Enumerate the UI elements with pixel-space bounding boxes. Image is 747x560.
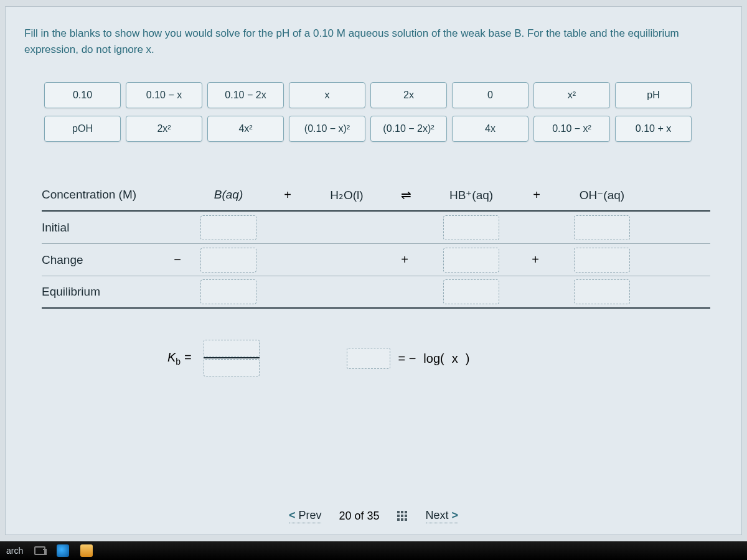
log-close: ): [466, 352, 470, 366]
ice-header-row: Concentration (M) B(aq) + H₂O(l) ⇌ HB⁺(a…: [42, 179, 710, 212]
question-nav: < Prev 20 of 35 Next >: [6, 509, 741, 523]
species-hb: HB⁺(aq): [428, 188, 515, 202]
tile[interactable]: 0.10 − x²: [533, 116, 610, 142]
drop-slot[interactable]: [574, 279, 630, 304]
plus-op: +: [515, 188, 558, 202]
tile[interactable]: 0.10 − 2x: [207, 82, 284, 108]
equilibrium-arrow-icon: ⇌: [384, 187, 428, 202]
species-h2o: H₂O(l): [309, 188, 384, 202]
row-label-initial: Initial: [42, 221, 166, 235]
kb-expression: Kb = = − log( x ): [167, 340, 723, 377]
log-expression: = − log( x ): [347, 348, 469, 369]
drop-slot[interactable]: [200, 279, 256, 304]
tile[interactable]: 0.10: [44, 82, 121, 108]
ice-row-initial: Initial: [42, 212, 710, 244]
tile[interactable]: pOH: [44, 116, 121, 142]
tile[interactable]: x: [289, 82, 365, 108]
minus-sign: −: [166, 253, 191, 267]
drop-slot[interactable]: [204, 359, 260, 376]
cortana-icon[interactable]: [57, 544, 69, 557]
chevron-left-icon: <: [289, 509, 296, 521]
drop-slot[interactable]: [443, 279, 499, 304]
chevron-right-icon: >: [452, 509, 459, 521]
task-view-icon[interactable]: [34, 546, 45, 555]
ice-row-change: Change − + +: [42, 244, 710, 276]
tile[interactable]: 0: [452, 82, 529, 108]
question-text: Fill in the blanks to show how you would…: [24, 26, 723, 57]
answer-tiles: 0.10 0.10 − x 0.10 − 2x x 2x 0 x² pH pOH…: [44, 82, 723, 142]
tile[interactable]: x²: [533, 82, 610, 108]
os-taskbar: arch: [0, 541, 747, 560]
search-text[interactable]: arch: [6, 546, 23, 556]
equals-neg: = −: [398, 352, 416, 366]
tile[interactable]: 0.10 − x: [126, 82, 202, 108]
log-open: log(: [423, 352, 444, 366]
question-counter: 20 of 35: [339, 510, 379, 523]
ice-table: Concentration (M) B(aq) + H₂O(l) ⇌ HB⁺(a…: [42, 179, 710, 309]
concentration-label: Concentration (M): [42, 188, 166, 202]
drop-slot[interactable]: [200, 215, 256, 240]
kb-label: Kb =: [167, 350, 191, 366]
drop-slot[interactable]: [204, 340, 260, 357]
tile[interactable]: 0.10 + x: [615, 116, 692, 142]
ice-row-equilibrium: Equilibrium: [42, 276, 710, 309]
drop-slot[interactable]: [443, 248, 499, 273]
next-button[interactable]: Next >: [426, 509, 459, 523]
grid-icon[interactable]: [397, 511, 408, 522]
drop-slot[interactable]: [574, 215, 630, 240]
drop-slot[interactable]: [574, 248, 630, 273]
plus-sign: +: [515, 253, 558, 267]
plus-op: +: [266, 188, 309, 202]
tile[interactable]: 4x: [452, 116, 529, 142]
drop-slot[interactable]: [347, 348, 390, 369]
row-label-equilibrium: Equilibrium: [42, 285, 166, 299]
drop-slot[interactable]: [200, 248, 256, 273]
tile-row-2: pOH 2x² 4x² (0.10 − x)² (0.10 − 2x)² 4x …: [44, 116, 723, 142]
tile-row-1: 0.10 0.10 − x 0.10 − 2x x 2x 0 x² pH: [44, 82, 723, 108]
tile[interactable]: 2x: [370, 82, 447, 108]
file-explorer-icon[interactable]: [80, 544, 93, 557]
tile[interactable]: pH: [615, 82, 692, 108]
tile[interactable]: 2x²: [126, 116, 202, 142]
species-oh: OH⁻(aq): [558, 188, 646, 202]
worksheet-page: Fill in the blanks to show how you would…: [5, 6, 742, 535]
tile[interactable]: (0.10 − x)²: [289, 116, 365, 142]
tile[interactable]: (0.10 − 2x)²: [370, 116, 447, 142]
tile[interactable]: 4x²: [207, 116, 284, 142]
drop-slot[interactable]: [443, 215, 499, 240]
plus-sign: +: [384, 253, 428, 267]
species-b: B(aq): [191, 188, 266, 202]
prev-button[interactable]: < Prev: [289, 509, 322, 523]
row-label-change: Change: [42, 253, 166, 267]
kb-fraction: [204, 340, 260, 377]
log-var: x: [452, 352, 458, 366]
